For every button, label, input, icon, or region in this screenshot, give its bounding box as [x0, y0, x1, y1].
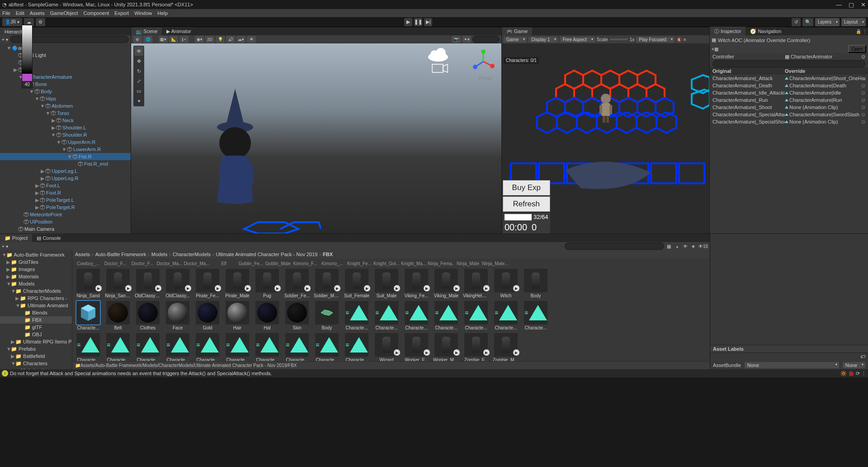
- camera-button[interactable]: 📷: [452, 36, 461, 43]
- asset-item[interactable]: ▶Ninja_Sand...: [105, 269, 131, 298]
- asset-item[interactable]: ≡Characte...: [373, 301, 400, 330]
- hierarchy-item[interactable]: MeteoritePoint: [0, 211, 131, 218]
- override-row[interactable]: CharacterArmature|_AttackCharacterArmatu…: [710, 75, 868, 82]
- hierarchy-item[interactable]: ▶PoleTarget.L: [0, 196, 131, 204]
- orientation-gizmo[interactable]: [470, 48, 497, 75]
- menu-gameobject[interactable]: GameObject: [50, 10, 78, 16]
- asset-item[interactable]: ▶Wizard: [373, 333, 400, 361]
- asset-item[interactable]: Hat: [254, 301, 280, 330]
- hierarchy-item[interactable]: Fist.R_end: [0, 160, 131, 167]
- hierarchy-item[interactable]: ▼Bone: [0, 81, 131, 88]
- hierarchy-item[interactable]: ▼LowerArm.R: [0, 146, 131, 153]
- transform-tool[interactable]: ✦: [134, 96, 143, 105]
- breadcrumb-item[interactable]: FBX: [323, 252, 333, 257]
- asset-label-top[interactable]: Doctor_F...: [102, 261, 128, 266]
- game-dropdown[interactable]: Game: [504, 37, 527, 43]
- asset-item[interactable]: ▶Pug: [254, 269, 280, 298]
- asset-item[interactable]: ▶Soldier_Fe...: [284, 269, 310, 298]
- search-button[interactable]: 🔍: [802, 18, 813, 26]
- folder-item[interactable]: ▶📁 Materials: [0, 273, 72, 280]
- hierarchy-item[interactable]: r: [0, 59, 131, 66]
- navigation-tab[interactable]: 🧭 Navigation: [745, 27, 786, 35]
- audio-toggle[interactable]: 🔊: [226, 36, 235, 43]
- asset-label-top[interactable]: Knight_Gol...: [373, 261, 400, 266]
- folder-item[interactable]: 📁 OBJ: [0, 331, 72, 338]
- asset-item[interactable]: ≡Characte...: [433, 301, 459, 330]
- asset-item[interactable]: ▶Worker_F...: [403, 333, 429, 361]
- asset-item[interactable]: ≡Characte...: [523, 301, 549, 330]
- rotate-tool[interactable]: ↻: [134, 67, 143, 76]
- animator-tab[interactable]: ▶ Animator: [162, 27, 195, 35]
- override-row[interactable]: CharacterArmature|_SpecialShootNone (Ani…: [710, 118, 868, 125]
- breadcrumb-item[interactable]: Auto-Battle Framework: [95, 252, 146, 257]
- asset-label-top[interactable]: Goblin_Male: [265, 261, 291, 266]
- asset-item[interactable]: Hair: [224, 301, 250, 330]
- hierarchy-item[interactable]: ▼Torso: [0, 110, 131, 117]
- asset-item[interactable]: ≡Characte...: [493, 301, 519, 330]
- maximize-button[interactable]: ▢: [849, 1, 854, 8]
- pivot-tool[interactable]: ⊕: [133, 36, 142, 43]
- inspector-tab[interactable]: ⓘ Inspector: [710, 27, 745, 36]
- undo-history-button[interactable]: ↺: [792, 18, 801, 26]
- asset-item[interactable]: ▶Pirate_Fe...: [194, 269, 221, 298]
- asset-item[interactable]: ≡Characte...: [165, 333, 191, 361]
- asset-item[interactable]: ▶Viking_Fe...: [403, 269, 429, 298]
- aspect-dropdown[interactable]: Free Aspect: [560, 37, 594, 43]
- hierarchy-item[interactable]: ▶Foot.L: [0, 182, 131, 189]
- breadcrumb-item[interactable]: Models: [151, 252, 167, 257]
- scale-slider[interactable]: [610, 38, 628, 40]
- minimize-button[interactable]: —: [836, 1, 842, 8]
- inspector-menu[interactable]: ⋮: [862, 28, 868, 34]
- hierarchy-item[interactable]: ▶Auto-Battle: [0, 233, 131, 234]
- asset-item[interactable]: ≡Characte...: [403, 301, 429, 330]
- menu-export[interactable]: Export: [114, 10, 129, 16]
- override-row[interactable]: CharacterArmature|_RunCharacterArmature|…: [710, 96, 868, 104]
- assetbundle-variant[interactable]: None: [843, 362, 865, 368]
- close-button[interactable]: ✕: [861, 1, 866, 8]
- hierarchy-item[interactable]: Main Camera: [0, 225, 131, 233]
- project-tab[interactable]: 📁 Project: [0, 234, 32, 242]
- asset-label-top[interactable]: Ninja_Male...: [482, 261, 508, 266]
- add-icon[interactable]: +▦: [712, 47, 718, 52]
- gizmo-toggle[interactable]: 👁: [247, 36, 256, 43]
- hierarchy-item[interactable]: ▶UpperLeg.L: [0, 167, 131, 175]
- asset-item[interactable]: ▶Worker_Ma...: [433, 333, 459, 361]
- mute-icon[interactable]: 🔇: [676, 37, 682, 42]
- folder-item[interactable]: ▶📁 Ultimate RPG Items P: [0, 338, 72, 345]
- light-toggle[interactable]: 💡: [216, 36, 225, 43]
- asset-label-top[interactable]: Cowboy_...: [75, 261, 101, 266]
- gizmos-dropdown[interactable]: ✦▾: [462, 36, 471, 43]
- hierarchy-item[interactable]: ▼Hips: [0, 95, 131, 102]
- filter-icon[interactable]: ▦: [666, 243, 672, 249]
- hand-tool[interactable]: 👁: [134, 47, 143, 56]
- grid-tool[interactable]: ▦▾: [159, 36, 168, 43]
- status-right-icons[interactable]: 🔆 🐞 ⟳ ⋮: [840, 371, 866, 376]
- hierarchy-item[interactable]: ▶y: [0, 66, 131, 73]
- breadcrumb-item[interactable]: Ultimate Animated Character Pack - Nov 2…: [216, 252, 317, 257]
- asset-item[interactable]: ▶OldClassy...: [165, 269, 191, 298]
- hierarchy-item[interactable]: ▼CharacterArmature: [0, 73, 131, 81]
- asset-item[interactable]: ▶Suit_Female: [344, 269, 370, 298]
- menu-window[interactable]: Window: [134, 10, 152, 16]
- folder-item[interactable]: ▶📁 GridTiles: [0, 258, 72, 266]
- scene-view[interactable]: 👁 ✥ ↻ ⤢ ▭ ✦ Persp: [131, 43, 501, 234]
- snap-tool[interactable]: 📐: [169, 36, 178, 43]
- stats-icon[interactable]: ≡: [684, 37, 686, 42]
- asset-item[interactable]: ▶Soldier_Ma...: [314, 269, 340, 298]
- asset-item[interactable]: ≡Characte...: [463, 301, 489, 330]
- override-search[interactable]: [712, 60, 865, 67]
- scene-root[interactable]: ▼🔷ame*: [0, 44, 131, 52]
- folder-item[interactable]: ▼📁 Ultimate Animated: [0, 302, 72, 309]
- folder-tree[interactable]: ▼📁 Auto-Battle Framework▶📁 GridTiles▶📁 I…: [0, 250, 72, 369]
- layout-dropdown[interactable]: Layout: [841, 18, 866, 26]
- folder-item[interactable]: ▶📁 Images: [0, 266, 72, 273]
- assetbundle-dropdown[interactable]: None: [745, 362, 839, 368]
- asset-item[interactable]: ▶Witch: [493, 269, 519, 298]
- folder-item[interactable]: ▼📁 Models: [0, 280, 72, 287]
- draw-mode[interactable]: ◉▾: [195, 36, 204, 43]
- folder-item[interactable]: ▼📁 Prefabs: [0, 345, 72, 353]
- play-mode-dropdown[interactable]: Play Focused: [636, 37, 675, 43]
- breadcrumb-item[interactable]: Assets: [75, 252, 90, 257]
- local-tool[interactable]: 🌐: [143, 36, 152, 43]
- hierarchy-item[interactable]: ▼Fist.R: [0, 153, 131, 160]
